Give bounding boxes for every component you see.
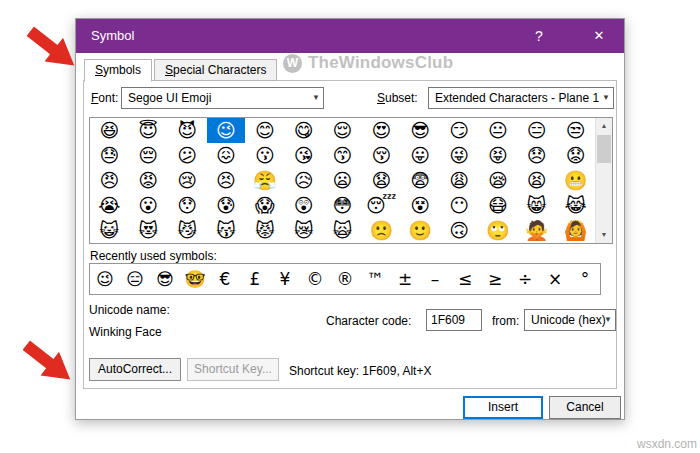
recent-symbol-cell[interactable]: –: [420, 264, 450, 294]
symbol-cell[interactable]: 😎: [401, 118, 440, 143]
symbol-cell[interactable]: 😺: [90, 218, 129, 243]
symbol-cell[interactable]: 😗: [245, 143, 284, 168]
recent-symbol-cell[interactable]: ¥: [270, 264, 300, 294]
symbol-cell[interactable]: 🙁: [362, 218, 401, 243]
symbol-cell[interactable]: 😟: [556, 143, 595, 168]
symbol-cell[interactable]: 😪: [478, 168, 517, 193]
symbol-cell[interactable]: 😒: [556, 118, 595, 143]
symbol-cell[interactable]: 😨: [401, 168, 440, 193]
symbol-cell[interactable]: 😿: [284, 218, 323, 243]
grid-scrollbar[interactable]: ▲ ▼: [595, 118, 612, 243]
symbol-cell[interactable]: 😕: [168, 143, 207, 168]
symbol-cell[interactable]: 😊: [245, 118, 284, 143]
symbol-cell[interactable]: 😶: [440, 193, 479, 218]
symbol-cell[interactable]: 😑: [517, 118, 556, 143]
close-icon[interactable]: ✕: [576, 19, 622, 53]
recent-symbol-cell[interactable]: ≤: [450, 264, 480, 294]
symbol-cell[interactable]: 😇: [129, 118, 168, 143]
symbol-cell[interactable]: 🙀: [323, 218, 362, 243]
font-combobox[interactable]: Segoe UI Emoji ▼: [121, 87, 324, 109]
recent-symbol-cell[interactable]: ×: [540, 264, 570, 294]
tab-symbols[interactable]: Symbols: [84, 59, 152, 82]
symbol-cell[interactable]: 😵: [401, 193, 440, 218]
symbol-cell[interactable]: 😓: [90, 143, 129, 168]
symbol-cell[interactable]: 😤: [245, 168, 284, 193]
symbol-cell[interactable]: 😩: [440, 168, 479, 193]
symbol-cell[interactable]: 😬: [556, 168, 595, 193]
cancel-button[interactable]: Cancel: [549, 396, 621, 419]
symbol-cell[interactable]: 😢: [168, 168, 207, 193]
symbol-cell[interactable]: 🙄: [478, 218, 517, 243]
symbol-cell[interactable]: 😝: [478, 143, 517, 168]
symbol-cell[interactable]: 😥: [284, 168, 323, 193]
symbol-cell[interactable]: 😏: [440, 118, 479, 143]
recent-symbol-cell[interactable]: ±: [390, 264, 420, 294]
symbol-cell[interactable]: 😼: [168, 218, 207, 243]
symbol-cell[interactable]: 😞: [517, 143, 556, 168]
symbol-cell[interactable]: 😆: [90, 118, 129, 143]
symbol-cell[interactable]: 😽: [207, 218, 246, 243]
symbol-cell[interactable]: 😉: [207, 118, 246, 143]
symbol-cell[interactable]: 😮: [129, 193, 168, 218]
recent-symbol-cell[interactable]: 🤓: [180, 264, 210, 294]
recent-symbol-cell[interactable]: ™: [360, 264, 390, 294]
recent-symbol-cell[interactable]: £: [240, 264, 270, 294]
symbol-cell[interactable]: 😠: [90, 168, 129, 193]
symbol-cell[interactable]: 😳: [323, 193, 362, 218]
symbol-cell[interactable]: 🙃: [440, 218, 479, 243]
symbol-cell[interactable]: 😖: [207, 143, 246, 168]
recent-symbol-cell[interactable]: ©: [300, 264, 330, 294]
symbol-cell[interactable]: 😦: [323, 168, 362, 193]
symbol-cell[interactable]: 🙂: [401, 218, 440, 243]
symbol-cell[interactable]: 😰: [207, 193, 246, 218]
help-icon[interactable]: ?: [516, 19, 562, 53]
symbol-cell[interactable]: 😛: [401, 143, 440, 168]
subset-combobox[interactable]: Extended Characters - Plane 1 ▼: [428, 87, 614, 109]
recent-symbol-cell[interactable]: °: [570, 264, 600, 294]
symbol-cell[interactable]: 😲: [284, 193, 323, 218]
symbol-cell[interactable]: 😡: [129, 168, 168, 193]
symbol-cell[interactable]: 🙅: [517, 218, 556, 243]
recent-symbol-cell[interactable]: 😎: [150, 264, 180, 294]
recent-symbol-cell[interactable]: ≥: [480, 264, 510, 294]
symbol-cell[interactable]: 😍: [362, 118, 401, 143]
symbol-cell[interactable]: 😸: [517, 193, 556, 218]
symbol-cell[interactable]: 😭: [90, 193, 129, 218]
symbol-cell[interactable]: 😱: [245, 193, 284, 218]
symbol-cell[interactable]: 😯: [168, 193, 207, 218]
symbol-cell[interactable]: 😔: [129, 143, 168, 168]
recent-symbol-cell[interactable]: 😉: [90, 264, 120, 294]
scroll-down-icon[interactable]: ▼: [596, 227, 612, 243]
symbol-cell[interactable]: 😈: [168, 118, 207, 143]
symbol-cell[interactable]: 😘: [284, 143, 323, 168]
symbol-cell[interactable]: 😴: [362, 193, 401, 218]
insert-button[interactable]: Insert: [463, 396, 543, 419]
symbol-cell[interactable]: 😋: [284, 118, 323, 143]
from-combobox[interactable]: Unicode (hex) ▼: [524, 309, 616, 331]
recent-symbol-cell[interactable]: 😑: [120, 264, 150, 294]
scrollbar-thumb[interactable]: [597, 135, 611, 163]
character-code-input[interactable]: [426, 309, 482, 331]
recent-symbol-cell[interactable]: ÷: [510, 264, 540, 294]
tab-special-characters[interactable]: Special Characters: [154, 59, 277, 81]
symbol-cell[interactable]: 😜: [440, 143, 479, 168]
symbol-cell[interactable]: 😚: [362, 143, 401, 168]
symbol-cell[interactable]: 😧: [362, 168, 401, 193]
title-bar[interactable]: Symbol ? ✕: [76, 19, 624, 53]
recent-symbol-cell[interactable]: ®: [330, 264, 360, 294]
symbol-cell[interactable]: 😾: [245, 218, 284, 243]
scroll-up-icon[interactable]: ▲: [596, 118, 612, 134]
symbol-cell[interactable]: 😌: [323, 118, 362, 143]
symbol-cell[interactable]: 😫: [517, 168, 556, 193]
recent-symbol-cell[interactable]: €: [210, 264, 240, 294]
symbol-cell[interactable]: 😷: [478, 193, 517, 218]
symbol-cell[interactable]: 😣: [207, 168, 246, 193]
symbol-cell[interactable]: 😻: [129, 218, 168, 243]
symbol-cell[interactable]: 😐: [478, 118, 517, 143]
symbol-cell[interactable]: 😙: [323, 143, 362, 168]
from-value: Unicode (hex): [531, 313, 606, 327]
autocorrect-button[interactable]: AutoCorrect...: [89, 358, 181, 381]
symbol-cell[interactable]: 😹: [556, 193, 595, 218]
symbol-cell[interactable]: 🙆: [556, 218, 595, 243]
shortcut-key-button[interactable]: Shortcut Key...: [187, 358, 279, 381]
